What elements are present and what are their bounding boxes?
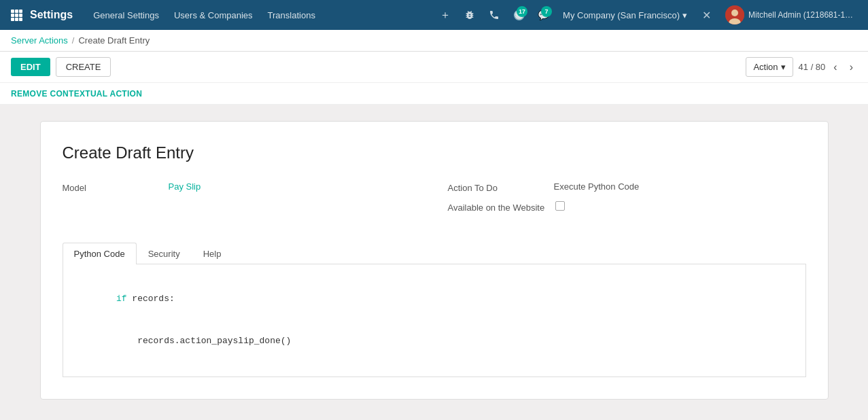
- main-content: Create Draft Entry Model Pay Slip Action…: [0, 105, 868, 416]
- toolbar: EDIT CREATE Action ▾ 41 / 80 ‹ ›: [0, 52, 868, 83]
- company-dropdown-icon: ▾: [682, 10, 687, 20]
- navbar-icons: ＋ 🕐 17 💬 7 My Company (San Francisco) ▾ …: [435, 3, 863, 27]
- svg-rect-6: [11, 18, 14, 21]
- user-name: Mitchell Admin (1218681-13-0-8b6ff5-all): [748, 10, 857, 20]
- action-to-do-value: Execute Python Code: [554, 181, 640, 192]
- form-right: Action To Do Execute Python Code Availab…: [448, 181, 806, 221]
- activity-icon[interactable]: 🕐 17: [508, 5, 529, 25]
- breadcrumb-parent-link[interactable]: Server Actions: [11, 35, 68, 46]
- svg-rect-7: [15, 18, 18, 21]
- remove-contextual-action-link[interactable]: REMOVE CONTEXTUAL ACTION: [11, 89, 142, 99]
- breadcrumb: Server Actions / Create Draft Entry: [0, 30, 868, 52]
- model-label: Model: [63, 181, 158, 193]
- form-fields: Model Pay Slip Action To Do Execute Pyth…: [63, 181, 806, 221]
- close-icon[interactable]: ✕: [697, 5, 716, 24]
- svg-rect-5: [19, 14, 22, 17]
- user-avatar: [725, 5, 744, 24]
- action-chevron-icon: ▾: [781, 62, 786, 72]
- company-name: My Company (San Francisco): [563, 10, 680, 20]
- code-area: if records: records.action_payslip_done(…: [63, 264, 806, 377]
- action-to-do-label: Action To Do: [448, 181, 543, 193]
- phone-icon[interactable]: [484, 5, 504, 25]
- breadcrumb-current: Create Draft Entry: [78, 35, 150, 46]
- edit-button[interactable]: EDIT: [11, 58, 50, 76]
- svg-rect-4: [15, 14, 18, 17]
- svg-rect-2: [19, 10, 22, 13]
- code-keyword-if: if: [116, 294, 127, 304]
- pagination-next-button[interactable]: ›: [846, 60, 857, 75]
- tab-security[interactable]: Security: [137, 243, 192, 264]
- code-line-2: records.action_payslip_done(): [74, 320, 795, 362]
- code-line-2-text: records.action_payslip_done(): [116, 336, 291, 346]
- navbar: Settings General Settings Users & Compan…: [0, 0, 868, 30]
- available-website-label: Available on the Website: [448, 201, 545, 213]
- plus-icon[interactable]: ＋: [435, 5, 455, 25]
- app-title: Settings: [30, 9, 73, 21]
- nav-users-companies[interactable]: Users & Companies: [167, 7, 260, 23]
- chat-icon[interactable]: 💬 7: [533, 5, 553, 25]
- bug-icon[interactable]: [459, 5, 480, 25]
- code-line-1-rest: records:: [127, 294, 175, 304]
- tab-help[interactable]: Help: [192, 243, 233, 264]
- grid-menu-icon[interactable]: [5, 4, 27, 26]
- breadcrumb-separator: /: [72, 35, 75, 46]
- available-website-checkbox[interactable]: [555, 201, 565, 211]
- form-title: Create Draft Entry: [63, 143, 806, 162]
- user-menu[interactable]: Mitchell Admin (1218681-13-0-8b6ff5-all): [720, 3, 863, 27]
- svg-rect-8: [19, 18, 22, 21]
- tab-python-code[interactable]: Python Code: [63, 243, 137, 264]
- svg-rect-3: [11, 14, 14, 17]
- nav-translations[interactable]: Translations: [261, 7, 322, 23]
- create-button[interactable]: CREATE: [56, 57, 111, 77]
- model-value[interactable]: Pay Slip: [169, 181, 201, 192]
- chat-badge: 7: [541, 6, 552, 17]
- company-selector[interactable]: My Company (San Francisco) ▾: [557, 7, 693, 23]
- available-website-field-row: Available on the Website: [448, 201, 806, 213]
- model-field-row: Model Pay Slip: [63, 181, 421, 193]
- form-left: Model Pay Slip: [63, 181, 421, 221]
- action-dropdown[interactable]: Action ▾: [746, 57, 793, 77]
- action-label: Action: [753, 62, 778, 72]
- pagination-prev-button[interactable]: ‹: [829, 60, 841, 75]
- contextual-action-bar: REMOVE CONTEXTUAL ACTION: [0, 83, 868, 105]
- activity-badge: 17: [517, 6, 527, 17]
- form-card: Create Draft Entry Model Pay Slip Action…: [40, 121, 829, 400]
- svg-rect-0: [11, 10, 14, 13]
- navbar-nav: General Settings Users & Companies Trans…: [86, 7, 432, 23]
- tabs: Python Code Security Help: [63, 243, 806, 264]
- pagination: 41 / 80 ‹ ›: [799, 60, 857, 75]
- code-line-1: if records:: [74, 278, 795, 320]
- nav-general-settings[interactable]: General Settings: [86, 7, 166, 23]
- svg-rect-1: [15, 10, 18, 13]
- svg-point-10: [731, 10, 738, 16]
- action-to-do-field-row: Action To Do Execute Python Code: [448, 181, 806, 193]
- pagination-text: 41 / 80: [799, 62, 826, 72]
